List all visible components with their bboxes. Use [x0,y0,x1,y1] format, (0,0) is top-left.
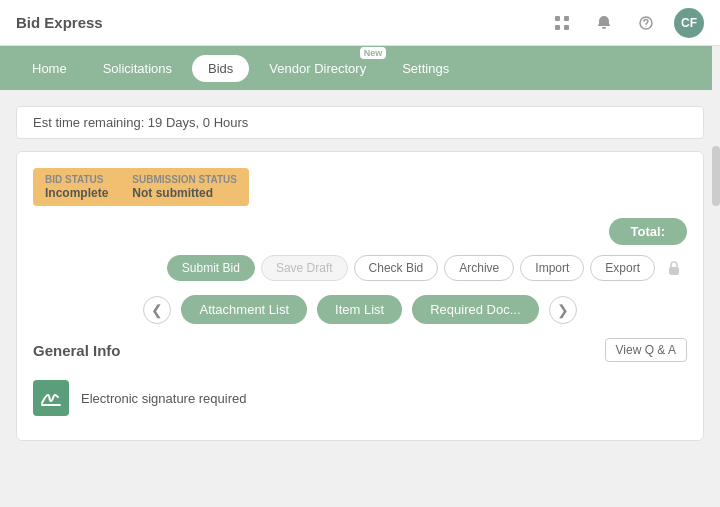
help-icon[interactable] [632,9,660,37]
archive-button[interactable]: Archive [444,255,514,281]
save-draft-button[interactable]: Save Draft [261,255,348,281]
tab-next-button[interactable]: ❯ [549,296,577,324]
tab-prev-button[interactable]: ❮ [143,296,171,324]
section-header: General Info View Q & A [33,338,687,362]
top-bar: Bid Express CF [0,0,720,46]
lock-icon [661,255,687,281]
total-button[interactable]: Total: [609,218,687,245]
est-time-text: Est time remaining: 19 Days, 0 Hours [33,115,248,130]
attachment-list-tab[interactable]: Attachment List [181,295,307,324]
submission-status-label: Submission Status [132,174,237,185]
signature-row: Electronic signature required [33,372,687,424]
tab-row: ❮ Attachment List Item List Required Doc… [33,295,687,324]
action-row: Submit Bid Save Draft Check Bid Archive … [33,255,687,281]
export-button[interactable]: Export [590,255,655,281]
svg-point-5 [646,26,647,27]
svg-rect-2 [555,25,560,30]
new-badge: New [360,47,387,59]
avatar[interactable]: CF [674,8,704,38]
required-doc-tab[interactable]: Required Doc... [412,295,538,324]
main-content: Est time remaining: 19 Days, 0 Hours Bid… [0,90,720,457]
signature-text: Electronic signature required [81,391,246,406]
nav-item-vendor-wrapper: Vendor Directory New [253,55,382,82]
nav-item-vendor[interactable]: Vendor Directory [253,55,382,82]
import-button[interactable]: Import [520,255,584,281]
bid-status-label: Bid Status [45,174,108,185]
top-bar-left: Bid Express [16,14,103,31]
scrollbar-track[interactable] [712,46,720,507]
nav-item-bids[interactable]: Bids [192,55,249,82]
submit-bid-button[interactable]: Submit Bid [167,255,255,281]
svg-rect-1 [564,16,569,21]
bell-icon[interactable] [590,9,618,37]
nav-item-settings[interactable]: Settings [386,55,465,82]
nav-bar: Home Solicitations Bids Vendor Directory… [0,46,720,90]
bid-card: Bid Status Incomplete Submission Status … [16,151,704,441]
chevron-left-icon: ❮ [151,302,163,318]
submission-status-value: Not submitted [132,186,237,200]
bid-status-value: Incomplete [45,186,108,200]
scrollbar-thumb[interactable] [712,146,720,206]
chevron-right-icon: ❯ [557,302,569,318]
bid-status-badge: Bid Status Incomplete [33,168,120,206]
total-row: Total: [33,218,687,245]
view-qa-button[interactable]: View Q & A [605,338,687,362]
top-bar-right: CF [548,8,704,38]
svg-rect-3 [564,25,569,30]
nav-item-solicitations[interactable]: Solicitations [87,55,188,82]
section-title: General Info [33,342,121,359]
check-bid-button[interactable]: Check Bid [354,255,439,281]
submission-status-badge: Submission Status Not submitted [120,168,249,206]
est-time-bar: Est time remaining: 19 Days, 0 Hours [16,106,704,139]
svg-rect-0 [555,16,560,21]
nav-item-home[interactable]: Home [16,55,83,82]
app-title: Bid Express [16,14,103,31]
signature-icon [33,380,69,416]
status-container: Bid Status Incomplete Submission Status … [33,168,687,206]
svg-rect-6 [669,267,679,275]
item-list-tab[interactable]: Item List [317,295,402,324]
grid-icon[interactable] [548,9,576,37]
